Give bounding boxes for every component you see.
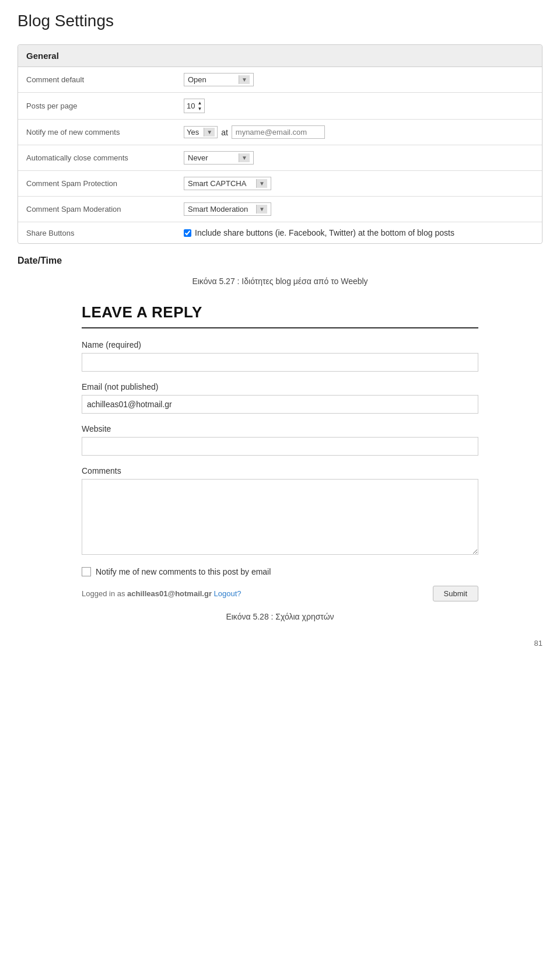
spam-protection-control: Smart CAPTCHA ▼: [184, 177, 534, 190]
name-label: Name (required): [82, 340, 478, 349]
stepper-arrows[interactable]: ▲ ▼: [197, 100, 202, 111]
reply-title: LEAVE A REPLY: [82, 303, 478, 328]
posts-per-page-row: Posts per page 10 ▲ ▼: [18, 93, 542, 120]
caption-2: Εικόνα 5.28 : Σχόλια χρηστών: [18, 612, 542, 621]
spam-protection-row: Comment Spam Protection Smart CAPTCHA ▼: [18, 171, 542, 197]
submit-button[interactable]: Submit: [433, 586, 478, 601]
notify-post-row: Notify me of new comments to this post b…: [82, 567, 478, 576]
posts-per-page-value: 10: [187, 102, 195, 110]
comments-label: Comments: [82, 466, 478, 475]
notify-post-checkbox[interactable]: [82, 567, 91, 576]
page-number: 81: [18, 639, 542, 648]
stepper-up[interactable]: ▲: [197, 100, 202, 106]
comment-default-row: Comment default Open ▼: [18, 67, 542, 93]
notify-comments-row: Notify me of new comments Yes ▼ at: [18, 120, 542, 145]
notify-comments-label: Notify me of new comments: [26, 128, 184, 137]
notify-inline: Yes ▼ at: [184, 125, 325, 139]
posts-per-page-control: 10 ▲ ▼: [184, 99, 534, 113]
comment-default-control: Open ▼: [184, 73, 534, 86]
spam-moderation-value: Smart Moderation: [188, 205, 248, 214]
notify-comments-control: Yes ▼ at: [184, 125, 534, 139]
name-form-group: Name (required): [82, 340, 478, 372]
stepper-down[interactable]: ▼: [197, 106, 202, 111]
auto-close-label: Automatically close comments: [26, 153, 184, 162]
logged-in-user: achilleas01@hotmail.gr: [127, 589, 212, 598]
share-buttons-row-inner: Include share buttons (ie. Facebook, Twi…: [184, 228, 454, 237]
notify-select-value: Yes: [187, 128, 199, 137]
logout-link[interactable]: Logout?: [214, 589, 242, 598]
reply-section: LEAVE A REPLY Name (required) Email (not…: [76, 303, 484, 601]
comments-form-group: Comments: [82, 466, 478, 557]
website-label: Website: [82, 424, 478, 433]
logged-in-info: Logged in as achilleas01@hotmail.gr Logo…: [82, 589, 242, 598]
name-input[interactable]: [82, 353, 478, 372]
logged-in-row: Logged in as achilleas01@hotmail.gr Logo…: [82, 586, 478, 601]
spam-moderation-control: Smart Moderation ▼: [184, 202, 534, 216]
share-buttons-checkbox[interactable]: [184, 229, 191, 237]
auto-close-comments-row: Automatically close comments Never ▼: [18, 145, 542, 171]
auto-close-value: Never: [188, 153, 208, 162]
spam-protection-value: Smart CAPTCHA: [188, 179, 246, 188]
at-label: at: [221, 128, 228, 137]
comments-textarea[interactable]: [82, 479, 478, 555]
spam-moderation-select[interactable]: Smart Moderation ▼: [184, 202, 271, 216]
comment-default-label: Comment default: [26, 75, 184, 84]
spam-protection-label: Comment Spam Protection: [26, 179, 184, 188]
notify-yes-select[interactable]: Yes ▼: [184, 126, 218, 138]
page-title: Blog Settings: [18, 12, 542, 30]
auto-close-control: Never ▼: [184, 151, 534, 165]
caption-1: Εικόνα 5.27 : Ιδιότητες blog μέσα από το…: [18, 277, 542, 286]
share-buttons-row: Share Buttons Include share buttons (ie.…: [18, 222, 542, 243]
auto-close-select[interactable]: Never ▼: [184, 151, 254, 165]
website-input[interactable]: [82, 437, 478, 456]
spam-moderation-label: Comment Spam Moderation: [26, 205, 184, 214]
spam-moderation-arrow[interactable]: ▼: [256, 205, 267, 214]
spam-protection-select[interactable]: Smart CAPTCHA ▼: [184, 177, 271, 190]
comment-default-arrow[interactable]: ▼: [239, 75, 250, 84]
notify-post-label: Notify me of new comments to this post b…: [96, 567, 271, 576]
notify-select-arrow[interactable]: ▼: [204, 128, 215, 137]
share-buttons-label: Share Buttons: [26, 229, 184, 237]
comment-default-select[interactable]: Open ▼: [184, 73, 254, 86]
website-form-group: Website: [82, 424, 478, 456]
share-buttons-control: Include share buttons (ie. Facebook, Twi…: [184, 228, 534, 237]
general-section-header: General: [18, 45, 542, 67]
spam-moderation-row: Comment Spam Moderation Smart Moderation…: [18, 197, 542, 222]
comment-default-value: Open: [188, 75, 206, 84]
logged-in-text: Logged in as: [82, 589, 127, 598]
posts-per-page-stepper[interactable]: 10 ▲ ▼: [184, 99, 205, 113]
email-label: Email (not published): [82, 382, 478, 391]
email-input[interactable]: [82, 395, 478, 414]
general-settings-panel: General Comment default Open ▼ Posts per…: [18, 44, 542, 244]
posts-per-page-label: Posts per page: [26, 102, 184, 110]
auto-close-arrow[interactable]: ▼: [239, 153, 250, 162]
datetime-section-label: Date/Time: [18, 256, 542, 266]
spam-protection-arrow[interactable]: ▼: [256, 179, 267, 188]
share-buttons-text: Include share buttons (ie. Facebook, Twi…: [195, 228, 454, 237]
email-form-group: Email (not published): [82, 382, 478, 414]
notify-email-input[interactable]: [232, 125, 325, 139]
